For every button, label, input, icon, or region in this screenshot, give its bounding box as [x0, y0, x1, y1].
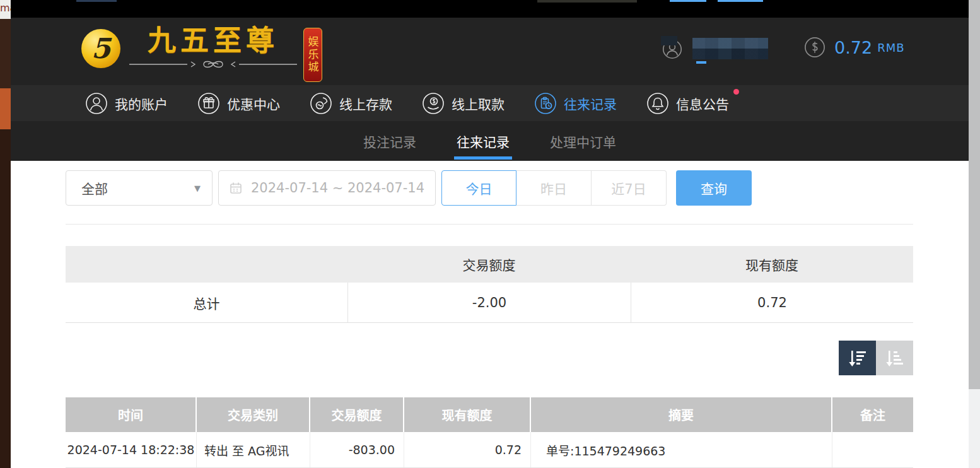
- censored-username: [692, 38, 768, 59]
- sort-desc-icon: [847, 348, 868, 368]
- cell-type: 转出 至 AG视讯: [197, 432, 310, 467]
- divider: [66, 224, 913, 225]
- content-area: 全部 ▼ 2024-07-14 ~ 2024-07-14 今日 昨日 近7日 查…: [11, 161, 969, 468]
- main-nav: 我的账户 优惠中心 线上存款: [11, 85, 969, 121]
- quick-last7days-button[interactable]: 近7日: [592, 170, 667, 206]
- bell-icon: [646, 92, 669, 115]
- background-strip-orange: [0, 88, 11, 129]
- summary-header-trade: 交易额度: [347, 246, 631, 283]
- cell-summary: 单号:115479249663: [531, 432, 832, 467]
- col-time: 时间: [66, 397, 197, 432]
- logo-title: 九五至尊: [148, 24, 279, 58]
- notification-dot: [733, 89, 739, 95]
- logo-circle-icon: 5: [81, 29, 120, 68]
- sort-button-group: [839, 341, 913, 375]
- summary-trade-total: -2.00: [347, 283, 631, 322]
- summary-header-empty: [66, 246, 347, 283]
- sort-asc-icon: [884, 348, 906, 368]
- cell-balance: 0.72: [404, 432, 531, 467]
- summary-total-label: 总计: [66, 283, 347, 322]
- records-table: 时间 交易类别 交易额度 现有额度 摘要 备注 2024-07-14 18:22…: [66, 397, 913, 468]
- withdraw-icon: [422, 92, 445, 115]
- col-summary: 摘要: [531, 397, 832, 432]
- logo-badge: 娱乐城: [303, 28, 322, 82]
- censored-patch: [661, 36, 677, 45]
- calendar-icon: [229, 181, 243, 195]
- background-strip-dark: [0, 19, 11, 88]
- quick-range-group: 今日 昨日 近7日: [441, 170, 667, 206]
- quick-yesterday-button[interactable]: 昨日: [516, 170, 592, 206]
- nav-label: 信息公告: [676, 94, 729, 113]
- chevron-down-icon: ▼: [194, 184, 201, 193]
- records-icon: [534, 92, 557, 115]
- logo-mark: 5: [91, 35, 111, 62]
- date-range-input[interactable]: 2024-07-14 ~ 2024-07-14: [218, 170, 436, 206]
- censored-underline: [696, 61, 706, 64]
- cutoff-top-strip: [11, 0, 969, 18]
- dollar-icon: [804, 37, 825, 58]
- page: ma 5 九五至尊: [0, 0, 980, 468]
- summary-table: 交易额度 现有额度 总计 -2.00 0.72: [66, 246, 913, 323]
- balance-amount: 0.72: [834, 38, 872, 57]
- col-type: 交易类别: [197, 397, 310, 432]
- nav-label: 线上存款: [339, 94, 392, 113]
- summary-header-row: 交易额度 现有额度: [66, 246, 913, 283]
- nav-item-announcements[interactable]: 信息公告: [646, 92, 729, 115]
- quick-today-button[interactable]: 今日: [441, 170, 516, 206]
- background-window-strip: ma: [0, 0, 11, 468]
- site-logo[interactable]: 5 九五至尊 娱乐城: [81, 24, 322, 82]
- nav-label: 我的账户: [115, 94, 168, 113]
- nav-label: 线上取款: [452, 94, 505, 113]
- deposit-icon: [310, 92, 332, 115]
- scrollbar-thumb[interactable]: [969, 0, 980, 389]
- wallet-balance[interactable]: 0.72 RMB: [804, 37, 905, 58]
- date-range-value: 2024-07-14 ~ 2024-07-14: [251, 180, 424, 196]
- tab-transaction-records[interactable]: 往来记录: [454, 121, 512, 161]
- tab-pending-orders[interactable]: 处理中订单: [547, 121, 619, 161]
- query-button[interactable]: 查询: [676, 170, 752, 206]
- background-tab-text: ma: [0, 0, 11, 19]
- cell-remark: [832, 432, 913, 467]
- tab-betting-records[interactable]: 投注记录: [361, 121, 419, 161]
- records-header-row: 时间 交易类别 交易额度 现有额度 摘要 备注: [66, 397, 913, 432]
- gift-icon: [197, 92, 220, 115]
- col-amount: 交易额度: [310, 397, 404, 432]
- record-subtabs: 投注记录 往来记录 处理中订单: [11, 121, 969, 161]
- sort-descending-button[interactable]: [839, 341, 876, 375]
- cutoff-button-border: [718, 0, 763, 2]
- cutoff-fragment: [537, 0, 637, 3]
- type-select-value: 全部: [81, 178, 108, 197]
- col-remark: 备注: [832, 397, 913, 432]
- nav-label: 往来记录: [564, 94, 617, 113]
- nav-item-deposit[interactable]: 线上存款: [310, 92, 392, 115]
- user-icon: [85, 92, 108, 115]
- nav-item-my-account[interactable]: 我的账户: [85, 92, 168, 115]
- site-header: 5 九五至尊 娱乐城: [11, 18, 969, 85]
- table-row: 2024-07-14 18:22:38 转出 至 AG视讯 -803.00 0.…: [66, 432, 913, 468]
- sort-ascending-button[interactable]: [876, 341, 913, 375]
- nav-item-transaction-records[interactable]: 往来记录: [534, 92, 617, 115]
- background-strip-brown: [0, 129, 11, 468]
- col-balance: 现有额度: [404, 397, 531, 432]
- logo-flourish-icon: [128, 59, 298, 69]
- account-info[interactable]: [662, 38, 768, 59]
- type-select[interactable]: 全部 ▼: [66, 170, 213, 206]
- nav-label: 优惠中心: [227, 94, 280, 113]
- balance-currency: RMB: [877, 41, 904, 54]
- cutoff-button-border: [670, 0, 706, 2]
- cell-amount: -803.00: [310, 432, 404, 467]
- cell-time: 2024-07-14 18:22:38: [66, 432, 197, 467]
- summary-total-row: 总计 -2.00 0.72: [66, 283, 913, 323]
- nav-item-promotions[interactable]: 优惠中心: [197, 92, 280, 115]
- summary-balance-total: 0.72: [631, 283, 913, 322]
- nav-item-withdraw[interactable]: 线上取款: [422, 92, 505, 115]
- summary-header-balance: 现有额度: [631, 246, 913, 283]
- scrollbar-track[interactable]: [969, 0, 980, 468]
- cutoff-fragment: [76, 0, 117, 2]
